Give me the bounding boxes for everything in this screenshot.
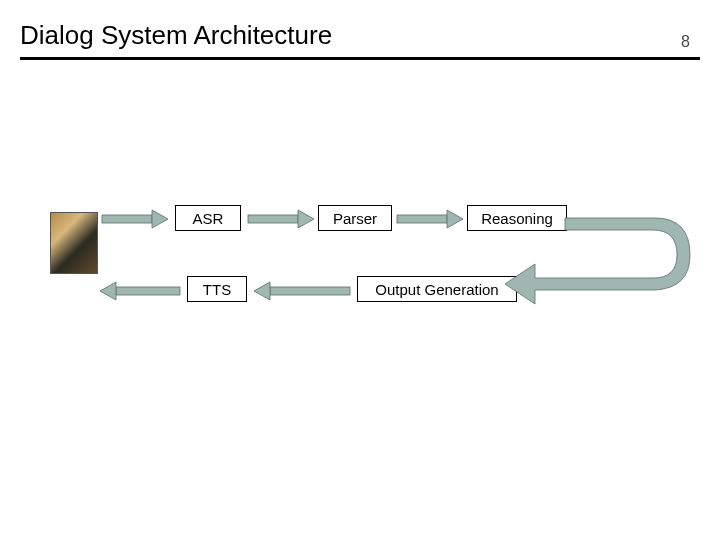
arrow-outputgen-to-tts xyxy=(252,280,352,302)
box-asr-label: ASR xyxy=(193,210,224,227)
svg-marker-1 xyxy=(152,210,168,228)
svg-marker-3 xyxy=(298,210,314,228)
svg-marker-7 xyxy=(100,282,116,300)
svg-rect-2 xyxy=(248,215,298,223)
arrow-asr-to-parser xyxy=(246,208,316,230)
arrow-user-to-asr xyxy=(100,208,170,230)
box-output-generation: Output Generation xyxy=(357,276,517,302)
svg-rect-4 xyxy=(397,215,447,223)
arrow-parser-to-reasoning xyxy=(395,208,465,230)
svg-rect-0 xyxy=(102,215,152,223)
box-tts-label: TTS xyxy=(203,281,231,298)
box-parser: Parser xyxy=(318,205,392,231)
svg-rect-8 xyxy=(270,287,350,295)
arrow-reasoning-to-outputgen xyxy=(505,200,705,320)
page-number: 8 xyxy=(681,33,690,51)
box-output-gen-label: Output Generation xyxy=(375,281,498,298)
slide-header: Dialog System Architecture 8 xyxy=(20,20,700,60)
svg-marker-5 xyxy=(447,210,463,228)
box-tts: TTS xyxy=(187,276,247,302)
box-asr: ASR xyxy=(175,205,241,231)
svg-marker-9 xyxy=(254,282,270,300)
slide-title: Dialog System Architecture xyxy=(20,20,332,51)
box-parser-label: Parser xyxy=(333,210,377,227)
svg-rect-6 xyxy=(116,287,180,295)
user-photo xyxy=(50,212,98,274)
diagram-stage: ASR Parser Reasoning TTS Output Generati… xyxy=(0,80,720,460)
arrow-tts-to-user xyxy=(98,280,183,302)
